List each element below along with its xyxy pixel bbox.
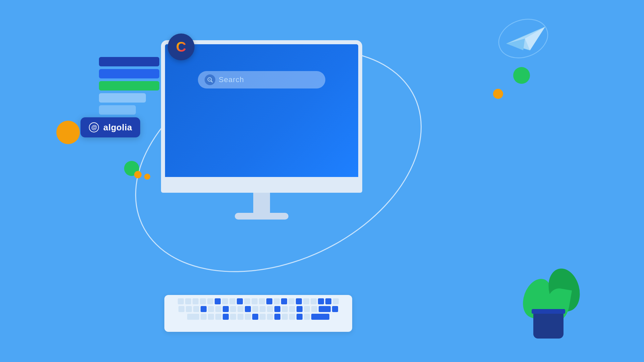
- svg-line-7: [211, 81, 212, 82]
- key: [260, 306, 266, 312]
- key: [237, 314, 244, 320]
- key-wider-blue: [311, 314, 329, 320]
- monitor: Search: [161, 40, 362, 220]
- key: [252, 306, 258, 312]
- svg-point-8: [209, 79, 210, 80]
- server-bar-4: [99, 93, 146, 103]
- key: [230, 306, 236, 312]
- search-icon-wrap: [205, 74, 215, 85]
- key: [222, 298, 228, 304]
- key: [208, 314, 214, 320]
- monitor-bezel-bottom: [161, 181, 362, 193]
- key-blue: [332, 306, 338, 312]
- key-blue: [201, 306, 207, 312]
- plant-stem: [547, 285, 549, 312]
- monitor-screen-inner: Search: [165, 44, 358, 177]
- svg-text:@: @: [91, 124, 97, 131]
- algolia-badge: @ algolia: [80, 117, 140, 137]
- key-wide: [187, 314, 199, 320]
- key-blue: [297, 306, 303, 312]
- key-blue: [318, 298, 324, 304]
- key-blue: [215, 298, 221, 304]
- key-blue: [266, 298, 272, 304]
- key: [304, 306, 310, 312]
- key: [252, 298, 258, 304]
- key: [178, 298, 184, 304]
- key-blue: [296, 298, 302, 304]
- key: [288, 298, 294, 304]
- keyboard-row-1: [168, 298, 349, 304]
- plant: [533, 285, 564, 339]
- monitor-neck: [253, 193, 270, 213]
- key: [282, 314, 288, 320]
- key: [178, 306, 184, 312]
- paper-plane-icon: [496, 17, 550, 60]
- key: [267, 306, 273, 312]
- server-bar-2: [99, 69, 159, 78]
- key-blue: [223, 314, 229, 320]
- keyboard: [164, 295, 352, 332]
- key: [311, 306, 317, 312]
- plant-pot: [533, 312, 564, 339]
- key: [245, 314, 251, 320]
- key: [274, 298, 280, 304]
- key: [304, 314, 310, 320]
- key-blue: [281, 298, 287, 304]
- circle-green-right: [513, 67, 530, 84]
- circle-yellow-small-2: [144, 174, 150, 180]
- key: [230, 314, 236, 320]
- craft-logo-letter: C: [176, 39, 186, 55]
- key: [267, 314, 273, 320]
- algolia-icon: @: [89, 122, 99, 133]
- key: [215, 314, 221, 320]
- key-blue: [237, 298, 243, 304]
- key: [186, 306, 192, 312]
- server-bar-3: [99, 81, 159, 90]
- key: [303, 298, 309, 304]
- key: [215, 306, 221, 312]
- monitor-stand: [235, 213, 288, 220]
- monitor-screen: Search: [161, 40, 362, 181]
- key-blue: [252, 314, 258, 320]
- key: [201, 314, 207, 320]
- key: [207, 298, 213, 304]
- key: [193, 306, 199, 312]
- search-placeholder-text: Search: [219, 75, 244, 84]
- key-blue: [297, 314, 303, 320]
- keyboard-row-3: [168, 314, 349, 320]
- key: [193, 298, 199, 304]
- key-blue: [325, 298, 331, 304]
- key: [311, 298, 317, 304]
- key: [237, 306, 244, 312]
- key: [259, 298, 265, 304]
- key-blue: [245, 306, 251, 312]
- key: [200, 298, 206, 304]
- key: [260, 314, 266, 320]
- key-blue: [274, 314, 280, 320]
- key-blue: [223, 306, 229, 312]
- server-bar-1: [99, 57, 159, 66]
- key-blue: [274, 306, 280, 312]
- server-bar-5: [99, 105, 136, 115]
- keyboard-row-2: [168, 306, 349, 312]
- circle-yellow-right: [493, 89, 503, 99]
- key: [244, 298, 250, 304]
- algolia-text: algolia: [103, 122, 132, 133]
- craft-logo: C: [168, 34, 195, 60]
- circle-yellow-small-1: [134, 171, 142, 178]
- key: [333, 298, 339, 304]
- server-stack: [99, 57, 159, 117]
- search-icon: [207, 77, 213, 83]
- key: [229, 298, 235, 304]
- key: [289, 314, 295, 320]
- search-bar[interactable]: Search: [198, 71, 325, 88]
- key: [282, 306, 288, 312]
- key: [208, 306, 214, 312]
- key-blue-wide: [319, 306, 331, 312]
- key: [289, 306, 295, 312]
- key: [185, 298, 191, 304]
- circle-yellow-large: [56, 121, 80, 144]
